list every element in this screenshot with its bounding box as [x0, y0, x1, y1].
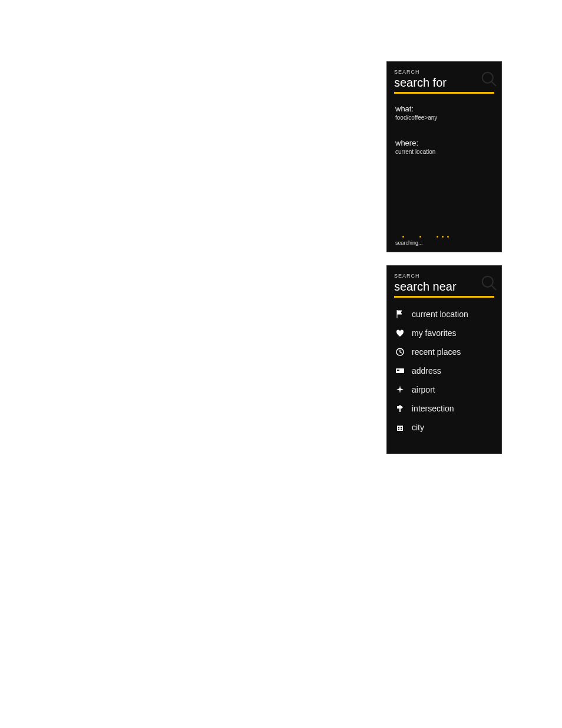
accent-divider: [394, 296, 494, 298]
list-item-label: city: [412, 423, 424, 432]
location-list: current location my favorites recent pla…: [387, 301, 501, 437]
list-item-label: address: [412, 366, 441, 375]
clock-icon: [395, 347, 405, 357]
page-title: search near: [394, 280, 494, 294]
flag-icon: [395, 309, 405, 319]
search-icon[interactable]: [480, 274, 498, 292]
phone-screen-search-for: SEARCH search for what: food/coffee>any …: [386, 61, 502, 252]
list-item-my-favorites[interactable]: my favorites: [387, 324, 501, 342]
what-field[interactable]: what: food/coffee>any: [387, 97, 501, 121]
loading-indicator: searching...: [395, 236, 449, 246]
list-item-airport[interactable]: airport: [387, 380, 501, 399]
svg-rect-11: [401, 429, 402, 430]
what-value: food/coffee>any: [395, 114, 493, 121]
list-item-intersection[interactable]: intersection: [387, 399, 501, 418]
search-icon[interactable]: [480, 70, 498, 88]
list-item-label: my favorites: [412, 328, 456, 338]
loading-dots: [402, 236, 449, 238]
card-icon: [395, 366, 405, 375]
list-item-label: recent places: [412, 347, 461, 357]
accent-divider: [394, 92, 494, 94]
signpost-icon: [395, 404, 405, 413]
list-item-address[interactable]: address: [387, 361, 501, 380]
list-item-label: airport: [412, 385, 435, 394]
header-kicker: SEARCH: [394, 69, 494, 75]
where-field[interactable]: where: current location: [387, 131, 501, 155]
svg-point-2: [482, 276, 493, 287]
header: SEARCH search near: [387, 266, 501, 301]
what-label: what:: [395, 104, 493, 113]
list-item-city[interactable]: city: [387, 418, 501, 437]
airplane-icon: [395, 385, 405, 394]
phone-screen-search-near: SEARCH search near current location my f…: [386, 265, 502, 454]
building-icon: [395, 423, 405, 432]
svg-line-1: [492, 82, 497, 87]
list-item-label: intersection: [412, 404, 454, 413]
svg-line-3: [492, 286, 497, 291]
heart-icon: [395, 328, 405, 338]
page-title: search for: [394, 76, 494, 90]
svg-rect-7: [397, 426, 403, 431]
svg-rect-8: [398, 427, 399, 428]
header-kicker: SEARCH: [394, 273, 494, 279]
where-value: current location: [395, 149, 493, 155]
list-item-label: current location: [412, 309, 468, 319]
header: SEARCH search for: [387, 62, 501, 97]
where-label: where:: [395, 139, 493, 147]
svg-rect-6: [397, 370, 399, 371]
svg-rect-10: [398, 429, 399, 430]
list-item-recent-places[interactable]: recent places: [387, 342, 501, 361]
svg-point-0: [482, 73, 493, 83]
loading-text: searching...: [395, 240, 449, 246]
svg-rect-9: [401, 427, 402, 428]
list-item-current-location[interactable]: current location: [387, 305, 501, 324]
